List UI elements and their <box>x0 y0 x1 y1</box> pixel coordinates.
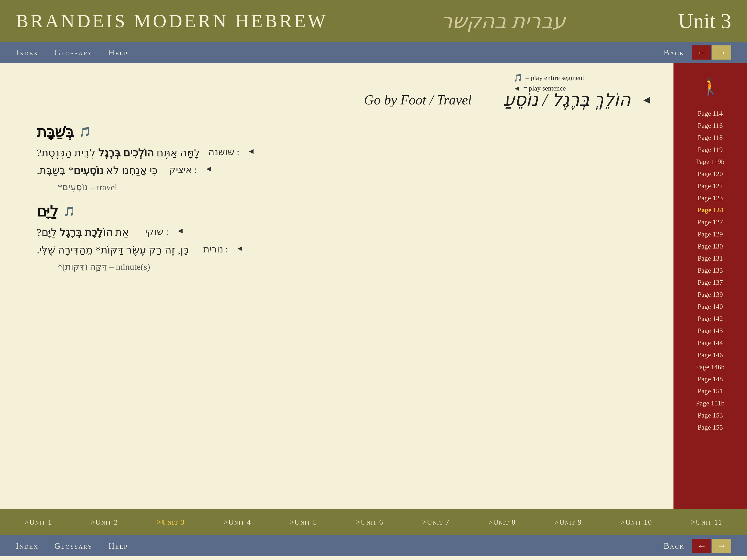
hayam-row-2: ◄ : נורית כֵּן, זֶה רַק עֶשֶׂר דַּקּוֹת*… <box>37 244 637 256</box>
sidebar-page-page-151[interactable]: Page 151 <box>673 385 747 397</box>
header-title-he: עברית בהקשר <box>441 9 566 33</box>
sidebar-page-page-133[interactable]: Page 133 <box>673 265 747 276</box>
sidebar-page-page-118[interactable]: Page 118 <box>673 132 747 144</box>
shabbat-row2-text: כִּי אֲנַחְנוּ לֹא נוֹסְעִים* בְּשַׁבָּת… <box>37 164 158 177</box>
bottom-arrow-right[interactable]: → <box>712 539 731 553</box>
shabbat-play-segment[interactable]: 🎵 <box>79 127 91 137</box>
nav-arrows: ← → <box>692 45 731 59</box>
sidebar-page-page-119[interactable]: Page 119 <box>673 144 747 156</box>
hayam-row1-text: אַת הוֹלֶכֶת בְּרֶגֶל לַיָּם? <box>37 226 129 239</box>
hayam-row2-play[interactable]: ◄ <box>236 244 244 253</box>
hayam-row1-speaker: : שוקי <box>137 226 169 237</box>
sidebar-page-page-120[interactable]: Page 120 <box>673 168 747 180</box>
sidebar-page-page-119b[interactable]: Page 119b <box>673 156 747 168</box>
sidebar-page-page-114[interactable]: Page 114 <box>673 108 747 120</box>
unit-btn--unit-10[interactable]: >Unit 10 <box>617 515 656 529</box>
shabbat-row-2: ◄ : איציק כִּי אֲנַחְנוּ לֹא נוֹסְעִים* … <box>37 164 637 177</box>
section-hayam: 🎵 לַיָּם ◄ : שוקי אַת הוֹלֶכֶת בְּרֶגֶל … <box>37 203 637 272</box>
navbar-left: Index Glossary Help <box>16 48 128 57</box>
hayam-row-2-wrapper: ◄ : נורית כֵּן, זֶה רַק עֶשֶׂר דַּקּוֹת*… <box>37 244 637 272</box>
bottom-navbar: Index Glossary Help Back ← → <box>0 535 747 556</box>
play-segment-icon: 🎵 <box>513 74 522 82</box>
sidebar-page-page-146[interactable]: Page 146 <box>673 349 747 361</box>
sidebar-page-page-127[interactable]: Page 127 <box>673 216 747 228</box>
sidebar-page-page-142[interactable]: Page 142 <box>673 313 747 325</box>
hayam-row-1: ◄ : שוקי אַת הוֹלֶכֶת בְּרֶגֶל לַיָּם? <box>37 226 637 239</box>
shabbat-row-1: ◄ : שושנה לָמָּה אַתֶּם הוֹלְכִים בְּרֶג… <box>37 147 637 159</box>
section-shabbat: 🎵 בְּשַׁבָּת ◄ : שושנה לָמָּה אַתֶּם הוֹ… <box>37 123 637 192</box>
unit-btn--unit-3[interactable]: >Unit 3 <box>153 515 189 529</box>
hayam-play-segment[interactable]: 🎵 <box>63 206 75 217</box>
shabbat-row1-play[interactable]: ◄ <box>247 147 255 156</box>
hayam-row1-play[interactable]: ◄ <box>176 226 184 235</box>
unit-btn--unit-4[interactable]: >Unit 4 <box>220 515 255 529</box>
units-bar: >Unit 1>Unit 2>Unit 3>Unit 4>Unit 5>Unit… <box>0 509 747 535</box>
sidebar-page-page-140[interactable]: Page 140 <box>673 301 747 313</box>
sidebar-walking-icon: 🚶 <box>700 77 720 96</box>
bottom-nav-help[interactable]: Help <box>108 541 128 551</box>
bottom-nav-arrows: ← → <box>692 539 731 553</box>
bottom-nav-glossary[interactable]: Glossary <box>54 541 93 551</box>
sidebar-page-page-123[interactable]: Page 123 <box>673 192 747 204</box>
lesson-title-en: Go by Foot / Travel <box>364 92 471 108</box>
shabbat-row-2-wrapper: ◄ : איציק כִּי אֲנַחְנוּ לֹא נוֹסְעִים* … <box>37 164 637 192</box>
unit-btn--unit-1[interactable]: >Unit 1 <box>21 515 56 529</box>
legend: 🎵 = play entire segment ◄ = play sentenc… <box>513 74 584 95</box>
unit-btn--unit-8[interactable]: >Unit 8 <box>484 515 520 529</box>
unit-btn--unit-6[interactable]: >Unit 6 <box>352 515 388 529</box>
unit-btn--unit-9[interactable]: >Unit 9 <box>550 515 586 529</box>
legend-play-sentence: ◄ = play sentence <box>513 84 584 92</box>
shabbat-row2-play[interactable]: ◄ <box>205 164 213 173</box>
sidebar-page-page-122[interactable]: Page 122 <box>673 180 747 192</box>
legend-play-segment: 🎵 = play entire segment <box>513 74 584 82</box>
sidebar-pages: Page 114Page 116Page 118Page 119Page 119… <box>673 108 747 433</box>
sidebar-page-page-116[interactable]: Page 116 <box>673 120 747 132</box>
content-area: 🎵 = play entire segment ◄ = play sentenc… <box>0 63 673 509</box>
header-title-en: BRANDEIS MODERN HEBREW <box>16 10 328 32</box>
hayam-row2-text: כֵּן, זֶה רַק עֶשֶׂר דַּקּוֹת* מֵהַדִּיר… <box>37 244 189 256</box>
sidebar-page-page-131[interactable]: Page 131 <box>673 252 747 265</box>
bottom-arrow-left[interactable]: ← <box>692 539 711 553</box>
header: BRANDEIS MODERN HEBREW עברית בהקשר Unit … <box>0 0 747 42</box>
nav-index[interactable]: Index <box>16 48 38 57</box>
sidebar-page-page-124[interactable]: Page 124 <box>673 204 747 216</box>
bottom-navbar-right: Back ← → <box>664 539 731 553</box>
legend-play-segment-text: = play entire segment <box>525 74 584 82</box>
main-area: 🎵 = play entire segment ◄ = play sentenc… <box>0 63 747 509</box>
nav-glossary[interactable]: Glossary <box>54 48 93 57</box>
sidebar-page-page-146b[interactable]: Page 146b <box>673 361 747 373</box>
hayam-row2-note: *דַּקָּה (דַּקּוֹת) – minute(s) <box>58 261 637 272</box>
bottom-nav-back[interactable]: Back <box>664 541 685 551</box>
hayam-row2-speaker: : נורית <box>197 244 228 255</box>
top-navbar: Index Glossary Help Back ← → <box>0 42 747 63</box>
unit-btn--unit-2[interactable]: >Unit 2 <box>87 515 122 529</box>
lesson-title-separator <box>482 92 493 108</box>
unit-btn--unit-5[interactable]: >Unit 5 <box>286 515 321 529</box>
legend-play-sentence-text: = play sentence <box>523 84 566 92</box>
unit-btn--unit-11[interactable]: >Unit 11 <box>687 515 726 529</box>
sidebar-page-page-151b[interactable]: Page 151b <box>673 397 747 409</box>
arrow-left[interactable]: ← <box>692 45 711 59</box>
sidebar-page-page-143[interactable]: Page 143 <box>673 325 747 337</box>
header-unit: Unit 3 <box>678 9 731 33</box>
sidebar-page-page-148[interactable]: Page 148 <box>673 373 747 385</box>
shabbat-title: בְּשַׁבָּת <box>37 123 74 140</box>
sidebar-page-page-144[interactable]: Page 144 <box>673 337 747 349</box>
sidebar-page-page-139[interactable]: Page 139 <box>673 289 747 301</box>
sidebar: 🚶 Page 114Page 116Page 118Page 119Page 1… <box>673 63 747 509</box>
sidebar-page-page-155[interactable]: Page 155 <box>673 422 747 433</box>
sidebar-page-page-130[interactable]: Page 130 <box>673 240 747 252</box>
lesson-play-button[interactable]: ◄ <box>641 93 652 107</box>
sidebar-page-page-129[interactable]: Page 129 <box>673 228 747 240</box>
arrow-right[interactable]: → <box>712 45 731 59</box>
nav-back[interactable]: Back <box>664 48 685 57</box>
play-sentence-icon: ◄ <box>513 84 521 92</box>
nav-help[interactable]: Help <box>108 48 128 57</box>
sidebar-page-page-153[interactable]: Page 153 <box>673 409 747 422</box>
bottom-navbar-left: Index Glossary Help <box>16 541 128 551</box>
unit-btn--unit-7[interactable]: >Unit 7 <box>418 515 454 529</box>
shabbat-row1-speaker: : שושנה <box>208 147 239 158</box>
bottom-nav-index[interactable]: Index <box>16 541 38 551</box>
sidebar-page-page-137[interactable]: Page 137 <box>673 276 747 289</box>
shabbat-row1-text: לָמָּה אַתֶּם הוֹלְכִים בְּרֶגֶל לְבֵית … <box>37 147 200 159</box>
